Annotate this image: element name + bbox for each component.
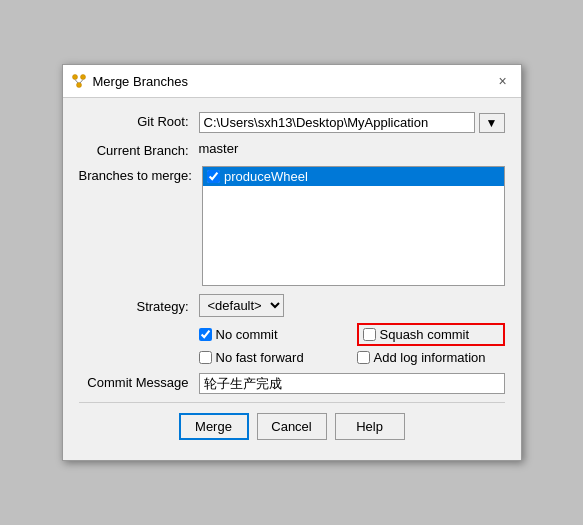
title-bar: Merge Branches × [63,65,521,98]
no-commit-option: No commit [199,323,347,346]
strategy-select[interactable]: <default> [199,294,284,317]
git-root-wrapper: ▼ [199,112,505,133]
current-branch-row: Current Branch: master [79,141,505,158]
merge-icon [71,73,87,89]
svg-point-2 [76,83,81,88]
branch-item[interactable]: produceWheel [203,167,504,186]
merge-branches-dialog: Merge Branches × Git Root: ▼ Current Bra… [62,64,522,461]
branch-list: produceWheel [202,166,505,286]
dialog-title: Merge Branches [93,74,188,89]
current-branch-label: Current Branch: [79,141,199,158]
no-commit-checkbox[interactable] [199,328,212,341]
options-grid: No commit Squash commit No fast forward … [199,323,505,365]
no-fast-forward-label[interactable]: No fast forward [216,350,304,365]
commit-msg-row: Commit Message [79,373,505,394]
no-fast-forward-checkbox[interactable] [199,351,212,364]
git-root-row: Git Root: ▼ [79,112,505,133]
add-log-option: Add log information [357,350,505,365]
help-button[interactable]: Help [335,413,405,440]
close-button[interactable]: × [493,71,513,91]
add-log-label[interactable]: Add log information [374,350,486,365]
current-branch-value: master [199,141,505,156]
strategy-row: Strategy: <default> [79,294,505,317]
no-fast-forward-option: No fast forward [199,350,347,365]
svg-point-0 [72,75,77,80]
branch-checkbox[interactable] [207,170,220,183]
squash-commit-label[interactable]: Squash commit [380,327,470,342]
commit-msg-input[interactable] [199,373,505,394]
svg-line-3 [75,80,78,84]
add-log-checkbox[interactable] [357,351,370,364]
git-root-input[interactable] [199,112,475,133]
no-commit-label[interactable]: No commit [216,327,278,342]
commit-msg-label: Commit Message [79,373,199,390]
title-bar-left: Merge Branches [71,73,188,89]
squash-commit-option: Squash commit [357,323,505,346]
svg-line-4 [80,80,83,84]
branches-label: Branches to merge: [79,166,202,183]
branch-item-label[interactable]: produceWheel [224,169,308,184]
button-row: Merge Cancel Help [79,402,505,448]
cancel-button[interactable]: Cancel [257,413,327,440]
strategy-label: Strategy: [79,297,199,314]
merge-button[interactable]: Merge [179,413,249,440]
squash-commit-checkbox[interactable] [363,328,376,341]
branches-row: Branches to merge: produceWheel [79,166,505,286]
svg-point-1 [80,75,85,80]
git-root-dropdown-button[interactable]: ▼ [479,113,505,133]
dialog-body: Git Root: ▼ Current Branch: master Branc… [63,98,521,460]
git-root-label: Git Root: [79,112,199,129]
